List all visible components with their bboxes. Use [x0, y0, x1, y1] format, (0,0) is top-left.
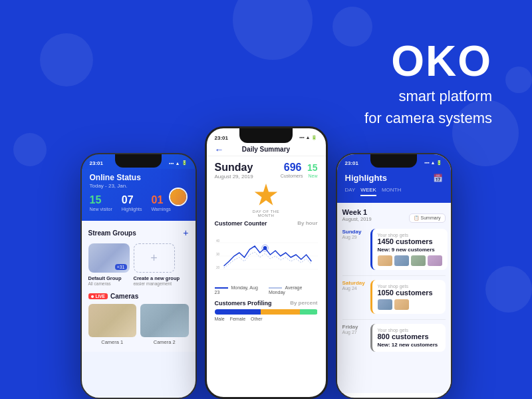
svg-text:30: 30: [215, 253, 219, 256]
summary-icon: 📋: [414, 215, 420, 221]
day-name: Sunday: [215, 162, 253, 174]
camera-1[interactable]: Camera 1: [88, 304, 137, 345]
create-stream-group[interactable]: + Create a new group easier management: [134, 243, 180, 286]
week-date: August, 2019: [342, 216, 372, 222]
friday-label: Friday Aug 27: [342, 324, 366, 352]
svg-text:20: 20: [215, 266, 219, 269]
right-phone-body: Week 1 August, 2019 📋 Summary Sunday Aug…: [337, 203, 451, 393]
avatar: [169, 188, 188, 206]
calendar-icon[interactable]: 📅: [433, 174, 443, 183]
legend-item-1: Monday, Aug 23: [215, 285, 262, 295]
brand-subtitle: smart platform for camera systems: [364, 85, 492, 129]
svg-point-6: [263, 246, 267, 250]
saturday-label: Saturday Aug 24: [342, 280, 366, 314]
summary-button[interactable]: 📋 Summary: [409, 213, 446, 223]
tab-week[interactable]: WEEK: [360, 187, 376, 196]
counter-title: Customer Counter: [215, 220, 267, 227]
sunday-thumbs: [378, 255, 442, 266]
thumb-2: [394, 255, 409, 266]
stream-groups-title: Stream Groups: [88, 229, 136, 237]
customers-count: 696: [284, 162, 302, 173]
bar-female: [261, 309, 300, 315]
online-status-date: Today - 23, Jan.: [90, 183, 188, 189]
highlight-sunday: Sunday Aug 29 Your shop gets 1450 custom…: [342, 229, 446, 270]
highlight-friday: Friday Aug 27 Your shop gets 800 custome…: [342, 324, 446, 352]
highlight-saturday: Saturday Aug 24 Your shop gets 1050 cust…: [342, 280, 446, 314]
svg-text:40: 40: [215, 239, 219, 243]
star-icon: [254, 184, 278, 207]
highlights-title: Highlights: [345, 173, 388, 183]
tab-day[interactable]: DAY: [345, 187, 356, 196]
left-phone-header: Online Status Today - 23, Jan. 15 New vi…: [82, 169, 196, 221]
stream-group-item: +31 Default Group All cameras: [88, 243, 130, 286]
back-button[interactable]: ←: [215, 144, 224, 155]
bar-other: [300, 309, 317, 315]
add-group-icon[interactable]: +: [134, 243, 175, 273]
profiling-title-row: Customers Profiling By percent: [215, 300, 318, 307]
stream-groups-list: +31 Default Group All cameras + Create a…: [88, 243, 189, 286]
stream-thumb-1: +31: [88, 243, 130, 273]
thumb-3: [411, 255, 426, 266]
customers-profiling: Customers Profiling By percent Male Fema…: [215, 300, 318, 321]
profiling-bar: [215, 309, 318, 315]
online-status-title: Online Status: [90, 173, 188, 182]
day-info: Sunday August 29, 2019: [215, 162, 253, 180]
thumb-4: [428, 255, 442, 266]
thumb-5: [378, 299, 392, 310]
profiling-title: Customers Profiling: [215, 300, 272, 307]
camera-2[interactable]: Camera 2: [140, 304, 189, 345]
brand-section: OKO smart platform for camera systems: [364, 40, 492, 129]
day-of-month-badge: DAY OF THE MONTH: [246, 184, 286, 217]
customers-new: 15: [307, 162, 318, 173]
phone-left: 23:01 ▪▪▪ ▲ 🔋 Online Status Today - 23, …: [80, 153, 197, 399]
sunday-new: New: 9 new customers: [378, 247, 442, 253]
sunday-label: Sunday Aug 29: [342, 229, 366, 270]
tab-month[interactable]: MONTH: [382, 187, 401, 196]
chart-svg: 40 30 20: [215, 229, 318, 283]
notch-middle: [239, 128, 293, 143]
profiling-labels: Male Female Other: [215, 317, 318, 321]
divider-1: [342, 275, 446, 276]
period-tabs: DAY WEEK MONTH: [345, 187, 443, 196]
saturday-content: Your shop gets 1050 customers: [370, 280, 446, 314]
right-phone-header: Highlights 📅 DAY WEEK MONTH: [337, 169, 451, 203]
middle-header: ← Daily Summary: [207, 143, 326, 156]
left-phone-body: Stream Groups + +31 Default Group All ca…: [82, 221, 196, 352]
week-title: Week 1: [342, 208, 372, 216]
notch-left: [115, 154, 162, 168]
customer-chart: 40 30 20: [215, 229, 318, 283]
camera-thumbs: Camera 1 Camera 2: [88, 304, 189, 345]
daily-summary-title: Daily Summary: [242, 146, 290, 153]
live-badge: LIVE: [88, 293, 108, 299]
customer-counter-section: Customer Counter By hour 40 30 20: [215, 220, 318, 295]
stat-highlights: 07 Highlights: [122, 194, 142, 211]
divider-2: [342, 319, 446, 320]
stat-new-visitor: 15 New visitor: [90, 194, 112, 211]
bar-male: [215, 309, 261, 315]
day-customers: 696 15 Customers New: [281, 162, 318, 178]
camera-1-preview: [88, 304, 137, 337]
daily-summary-body: Sunday August 29, 2019 696 15 Customers …: [207, 156, 326, 327]
signal-icons-right: ▪▪▪ ▲ 🔋: [424, 160, 442, 166]
phones-container: 23:01 ▪▪▪ ▲ 🔋 Online Status Today - 23, …: [0, 126, 532, 399]
signal-icons-left: ▪▪▪ ▲ 🔋: [169, 160, 187, 166]
counter-title-row: Customer Counter By hour: [215, 220, 318, 227]
day-info-row: Sunday August 29, 2019 696 15 Customers …: [215, 162, 318, 180]
thumb-6: [394, 299, 409, 310]
phone-middle: 23:01 ▪▪▪ ▲ 🔋 ← Daily Summary Sunday Aug…: [205, 126, 328, 399]
stat-warnings: 01 Warnings: [151, 194, 170, 211]
day-date: August 29, 2019: [215, 174, 253, 180]
cameras-title: Cameras: [110, 293, 138, 300]
stream-groups-header: Stream Groups +: [88, 227, 189, 238]
camera-2-preview: [140, 304, 189, 337]
notch-right: [370, 154, 417, 168]
friday-new: New: 12 new customers: [378, 342, 440, 348]
saturday-thumbs: [378, 299, 440, 310]
legend-item-2: Average Monday: [269, 285, 318, 295]
signal-icons-middle: ▪▪▪ ▲ 🔋: [299, 135, 317, 140]
friday-content: Your shop gets 800 customers New: 12 new…: [370, 324, 446, 352]
sunday-content: Your shop gets 1450 customers New: 9 new…: [370, 229, 448, 270]
phone-right: 23:01 ▪▪▪ ▲ 🔋 Highlights 📅 DAY WEEK MONT…: [336, 153, 452, 399]
add-stream-button[interactable]: +: [183, 227, 188, 238]
week-header: Week 1 August, 2019 📋 Summary: [342, 208, 446, 227]
